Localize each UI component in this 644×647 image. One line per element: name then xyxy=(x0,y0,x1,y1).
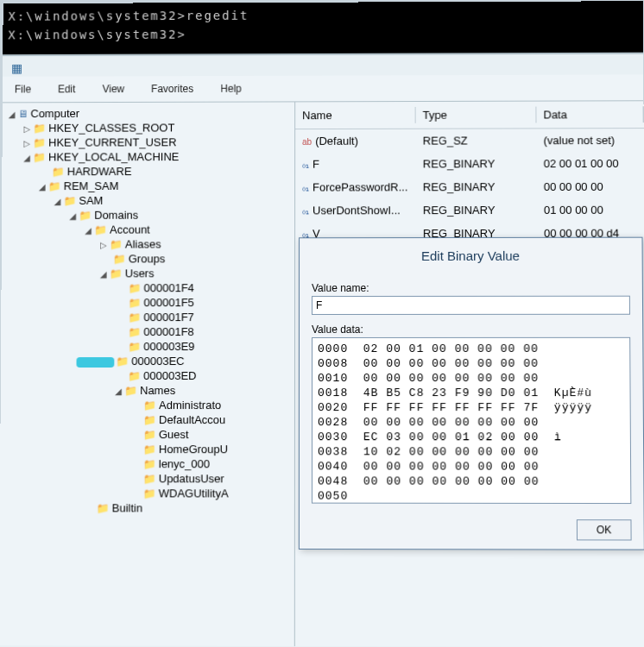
tree-name-homegroup[interactable]: HomeGroupU xyxy=(159,443,228,455)
tree-hkcr[interactable]: HKEY_CLASSES_ROOT xyxy=(48,122,174,135)
value-name-label: Value name: xyxy=(312,282,630,294)
menu-help[interactable]: Help xyxy=(208,79,253,98)
value-list-pane: Name Type Data ab(Default) REG_SZ (value… xyxy=(295,101,644,647)
registry-tree[interactable]: ◢🖥Computer ▷📁HKEY_CLASSES_ROOT ▷📁HKEY_CU… xyxy=(0,102,295,646)
dialog-title: Edit Binary Value xyxy=(300,238,642,273)
tree-name-lenyc[interactable]: lenyc_000 xyxy=(159,457,210,470)
value-row[interactable]: ab(Default) REG_SZ (value not set) xyxy=(295,129,644,153)
menu-view[interactable]: View xyxy=(91,79,136,98)
value-row[interactable]: ₀₁F REG_BINARY 02 00 01 00 00 xyxy=(295,152,644,176)
tree-users[interactable]: Users xyxy=(125,267,155,280)
menu-bar: File Edit View Favorites Help xyxy=(3,74,644,103)
value-row[interactable]: ₀₁ForcePasswordR... REG_BINARY 00 00 00 … xyxy=(295,175,644,199)
tree-name-default[interactable]: DefaultAccou xyxy=(159,413,225,426)
tree-user-1f4[interactable]: 000001F4 xyxy=(144,281,194,294)
highlight-marker xyxy=(76,357,114,367)
tree-names[interactable]: Names xyxy=(140,384,175,397)
col-header-type[interactable]: Type xyxy=(416,107,537,123)
tree-builtin[interactable]: Builtin xyxy=(112,501,142,514)
tree-computer[interactable]: Computer xyxy=(30,107,79,120)
tree-domains[interactable]: Domains xyxy=(94,209,138,222)
tree-hkcu[interactable]: HKEY_CURRENT_USER xyxy=(48,135,176,148)
tree-hardware[interactable]: HARDWARE xyxy=(67,165,132,178)
string-icon: ab xyxy=(302,137,312,147)
binary-icon: ₀₁ xyxy=(302,160,309,170)
menu-file[interactable]: File xyxy=(3,80,43,99)
binary-icon: ₀₁ xyxy=(302,206,309,216)
col-header-name[interactable]: Name xyxy=(295,107,416,123)
col-header-data[interactable]: Data xyxy=(536,106,643,122)
tree-user-1f8[interactable]: 000001F8 xyxy=(143,325,193,338)
tree-name-updatus[interactable]: UpdatusUser xyxy=(159,472,224,485)
value-data-label: Value data: xyxy=(312,324,630,336)
console-window: X:\windows\system32>regedit X:\windows\s… xyxy=(3,1,643,54)
binary-icon: ₀₁ xyxy=(302,184,309,193)
ok-button[interactable]: OK xyxy=(577,519,632,540)
tree-user-3ed[interactable]: 000003ED xyxy=(143,369,196,382)
tree-user-1f5[interactable]: 000001F5 xyxy=(143,296,193,309)
tree-user-3e9[interactable]: 000003E9 xyxy=(143,340,194,353)
tree-account[interactable]: Account xyxy=(110,223,150,236)
tree-name-guest[interactable]: Guest xyxy=(159,428,189,441)
menu-favorites[interactable]: Favorites xyxy=(139,79,205,98)
hex-editor[interactable]: 0000 02 00 01 00 00 00 00 00 0008 00 00 … xyxy=(312,337,631,504)
tree-aliases[interactable]: Aliases xyxy=(125,238,161,251)
tree-groups[interactable]: Groups xyxy=(129,252,165,265)
value-name-input[interactable] xyxy=(312,296,630,315)
app-icon: ▦ xyxy=(3,54,643,77)
console-prompt[interactable]: X:\windows\system32> xyxy=(8,23,638,44)
console-line: X:\windows\system32>regedit xyxy=(8,4,637,25)
regedit-window: ▦ File Edit View Favorites Help ◢🖥Comput… xyxy=(0,53,644,647)
tree-rem-sam[interactable]: REM_SAM xyxy=(64,179,119,192)
edit-binary-dialog: Edit Binary Value Value name: Value data… xyxy=(299,237,644,550)
tree-hklm[interactable]: HKEY_LOCAL_MACHINE xyxy=(48,150,179,163)
tree-user-3ec[interactable]: 000003EC xyxy=(131,355,184,367)
menu-edit[interactable]: Edit xyxy=(46,79,87,98)
value-row[interactable]: ₀₁UserDontShowI... REG_BINARY 01 00 00 0… xyxy=(295,198,644,223)
tree-name-admin[interactable]: Administrato xyxy=(159,399,221,411)
tree-user-1f7[interactable]: 000001F7 xyxy=(143,311,193,324)
tree-sam[interactable]: SAM xyxy=(79,194,103,207)
list-header: Name Type Data xyxy=(295,101,644,129)
tree-name-wdag[interactable]: WDAGUtilityA xyxy=(159,487,229,499)
